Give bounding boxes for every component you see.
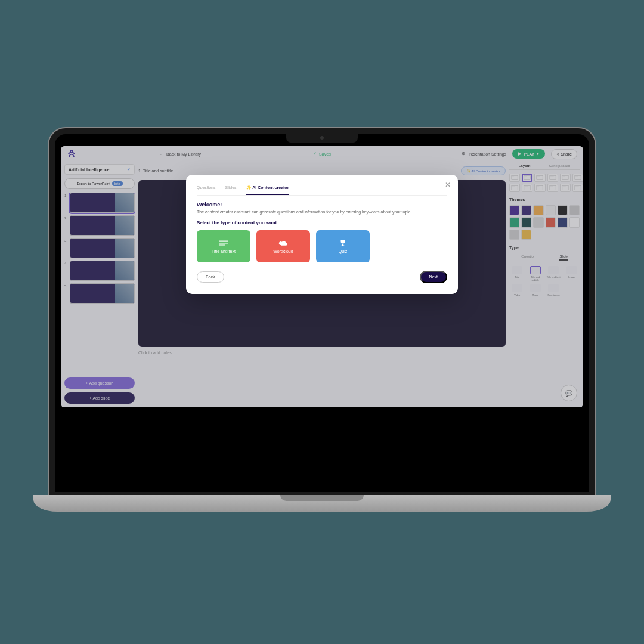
next-button[interactable]: Next	[420, 271, 447, 283]
cloud-icon	[278, 240, 289, 247]
content-type-options: Title and text Wordcloud Quiz	[197, 230, 447, 262]
trophy-icon	[338, 240, 348, 247]
ai-content-creator-modal: ✕ Questions Slides ✨ AI Content creator …	[186, 175, 458, 294]
option-label: Quiz	[339, 249, 347, 253]
tab-slides[interactable]: Slides	[225, 183, 237, 195]
modal-description: The content creator assistant can genera…	[197, 210, 447, 214]
option-wordcloud[interactable]: Wordcloud	[256, 230, 310, 262]
modal-heading: Welcome!	[197, 202, 447, 208]
close-icon[interactable]: ✕	[445, 181, 451, 189]
back-button[interactable]: Back	[197, 271, 224, 283]
title-text-icon	[218, 240, 229, 247]
modal-tabs: Questions Slides ✨ AI Content creator	[197, 183, 447, 196]
svg-rect-39	[219, 244, 226, 246]
app-screen: ← Back to My Library ✓ Saved ⚙ Presentat…	[61, 146, 583, 407]
svg-rect-38	[219, 243, 228, 244]
modal-actions: Back Next	[197, 271, 447, 283]
laptop-notch	[286, 134, 358, 143]
tab-questions[interactable]: Questions	[197, 183, 216, 195]
option-title-and-text[interactable]: Title and text	[197, 230, 250, 262]
option-quiz[interactable]: Quiz	[316, 230, 370, 262]
select-type-label: Select the type of content you want	[197, 220, 447, 225]
laptop-frame: ← Back to My Library ✓ Saved ⚙ Presentat…	[49, 128, 595, 498]
option-label: Title and text	[212, 249, 236, 253]
option-label: Wordcloud	[273, 249, 293, 253]
camera-icon	[320, 136, 324, 140]
tab-ai-content-creator[interactable]: ✨ AI Content creator	[246, 183, 289, 195]
laptop-base	[33, 495, 611, 512]
svg-rect-37	[219, 240, 228, 242]
modal-backdrop[interactable]: ✕ Questions Slides ✨ AI Content creator …	[61, 146, 583, 407]
